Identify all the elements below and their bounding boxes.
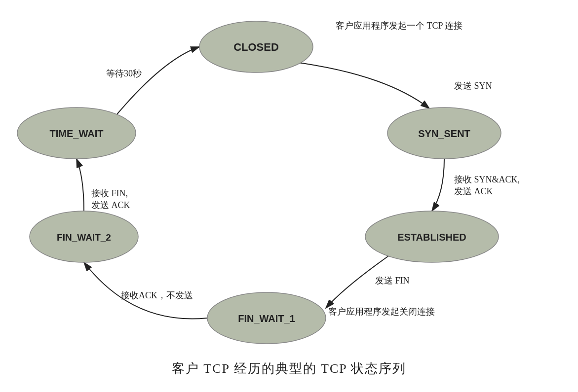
wait-30s-label: 等待30秒 bbox=[106, 69, 142, 78]
fin-wait-1-label: FIN_WAIT_1 bbox=[238, 313, 295, 324]
client-closes-label: 客户应用程序发起关闭连接 bbox=[328, 307, 435, 317]
established-label: ESTABLISHED bbox=[397, 232, 466, 243]
recv-synack-label: 接收 SYN&ACK, bbox=[454, 175, 520, 184]
client-initiates-label: 客户应用程序发起一个 TCP 连接 bbox=[336, 21, 462, 31]
closed-label: CLOSED bbox=[233, 41, 279, 53]
time-wait-label: TIME_WAIT bbox=[50, 128, 104, 139]
diagram-container: CLOSED SYN_SENT ESTABLISHED FIN_WAIT_1 F… bbox=[0, 0, 578, 392]
syn-sent-label: SYN_SENT bbox=[418, 128, 470, 139]
recv-fin-label: 接收 FIN, bbox=[91, 188, 128, 198]
send-ack2-label: 发送 ACK bbox=[91, 200, 130, 210]
fin-wait-2-label: FIN_WAIT_2 bbox=[57, 232, 111, 243]
send-fin-label: 发送 FIN bbox=[375, 276, 410, 285]
send-ack-label: 发送 ACK bbox=[454, 186, 493, 196]
send-syn-label: 发送 SYN bbox=[454, 81, 492, 91]
recv-ack-label: 接收ACK，不发送 bbox=[121, 290, 193, 300]
tcp-state-diagram: CLOSED SYN_SENT ESTABLISHED FIN_WAIT_1 F… bbox=[0, 0, 578, 392]
diagram-title: 客户 TCP 经历的典型的 TCP 状态序列 bbox=[172, 360, 406, 377]
